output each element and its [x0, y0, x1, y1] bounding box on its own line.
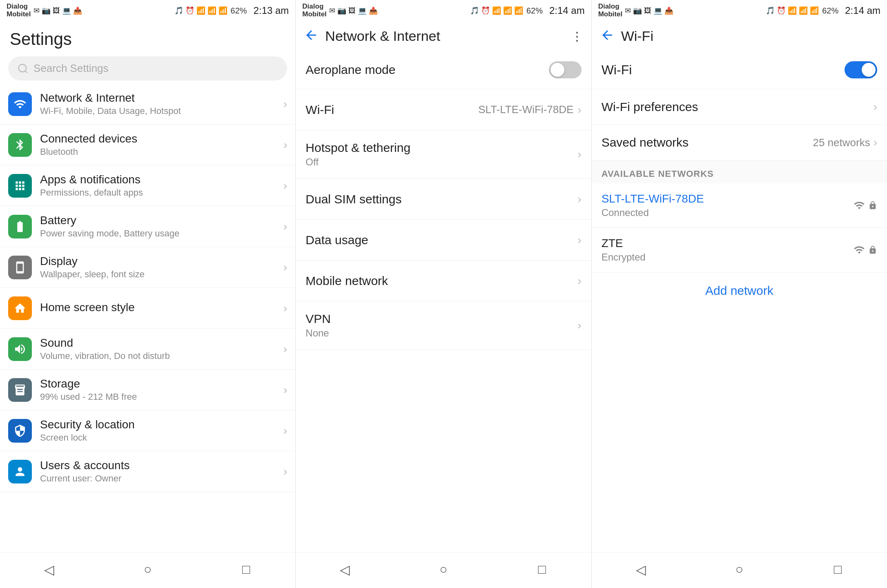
sound-chevron: ›	[283, 343, 287, 356]
recent-btn-1[interactable]: □	[230, 559, 263, 580]
status-bar-2: DialogMobitel ✉ 📷 🖼 💻 📤 🎵 ⏰ 📶 📶 📶 62% 2:…	[296, 0, 591, 21]
datausage-content: Data usage	[305, 233, 577, 247]
zte-network-status: Encrypted	[602, 252, 853, 263]
settings-item-apps[interactable]: Apps & notifications Permissions, defaul…	[0, 165, 295, 206]
slt-wifi-icons	[853, 200, 877, 211]
network-back-btn[interactable]	[304, 28, 319, 45]
wifi-preferences-label: Wi-Fi preferences	[602, 100, 874, 114]
add-network-btn[interactable]: Add network	[592, 272, 887, 309]
brand-text-2: DialogMobitel	[302, 3, 327, 18]
wifi-header: Wi-Fi	[592, 21, 887, 51]
settings-item-sound[interactable]: Sound Volume, vibration, Do not disturb …	[0, 329, 295, 370]
wifi-master-toggle[interactable]	[845, 61, 877, 78]
dualsim-chevron: ›	[577, 193, 581, 206]
wifi-label: Wi-Fi	[602, 62, 845, 78]
settings-item-homescreen[interactable]: Home screen style ›	[0, 288, 295, 329]
connected-chevron: ›	[283, 138, 287, 151]
security-chevron: ›	[283, 424, 287, 437]
slt-lock-icon	[868, 200, 877, 210]
storage-title: Storage	[40, 377, 283, 390]
status-brand-2: DialogMobitel ✉ 📷 🖼 💻 📤	[302, 3, 378, 18]
saved-networks-count: 25 networks	[813, 136, 870, 149]
search-icon	[17, 63, 29, 74]
wifi-menu-label: Wi-Fi	[305, 103, 478, 117]
wifi-header-title: Wi-Fi	[621, 28, 879, 44]
sound-title: Sound	[40, 336, 283, 350]
sound-text: Sound Volume, vibration, Do not disturb	[40, 336, 283, 361]
saved-networks-label: Saved networks	[602, 136, 813, 149]
wifi-toggle-knob	[862, 63, 876, 77]
recent-btn-3[interactable]: □	[821, 559, 854, 580]
settings-item-users[interactable]: Users & accounts Current user: Owner ›	[0, 451, 295, 492]
saved-networks-item[interactable]: Saved networks 25 networks ›	[592, 125, 887, 160]
settings-item-storage[interactable]: Storage 99% used - 212 MB free ›	[0, 370, 295, 410]
back-btn-1[interactable]: ◁	[33, 559, 66, 580]
datausage-chevron: ›	[577, 234, 581, 247]
network-more-btn[interactable]: ⋮	[571, 29, 583, 43]
settings-item-network[interactable]: Network & Internet Wi-Fi, Mobile, Data U…	[0, 84, 295, 125]
vpn-chevron: ›	[577, 319, 581, 332]
dualsim-label: Dual SIM settings	[305, 192, 577, 206]
network-title: Network & Internet	[40, 91, 283, 105]
settings-item-connected[interactable]: Connected devices Bluetooth ›	[0, 125, 295, 165]
users-icon	[8, 460, 32, 483]
security-subtitle: Screen lock	[40, 432, 283, 443]
zte-network-name: ZTE	[602, 237, 853, 250]
aeroplane-knob	[550, 63, 564, 77]
battery-title: Battery	[40, 214, 283, 227]
zte-lock-icon	[868, 245, 877, 255]
mobilenet-content: Mobile network	[305, 274, 577, 288]
hotspot-chevron: ›	[577, 148, 581, 161]
connected-subtitle: Bluetooth	[40, 147, 283, 157]
vpn-menu-item[interactable]: VPN None ›	[296, 301, 591, 350]
apps-icon	[8, 174, 32, 198]
bottom-nav-1: ◁ ○ □	[0, 552, 295, 588]
wifi-preferences-item[interactable]: Wi-Fi preferences ›	[592, 89, 887, 125]
back-btn-3[interactable]: ◁	[624, 559, 657, 580]
status-right-1: 🎵 ⏰ 📶 📶 📶 62% 2:13 am	[174, 5, 289, 16]
brand-text-3: DialogMobitel	[598, 3, 623, 18]
status-bar-3: DialogMobitel ✉ 📷 🖼 💻 📤 🎵 ⏰ 📶 📶 📶 62% 2:…	[592, 0, 887, 21]
home-btn-2[interactable]: ○	[427, 559, 460, 580]
dualsim-content: Dual SIM settings	[305, 192, 577, 206]
aeroplane-label: Aeroplane mode	[305, 63, 548, 77]
display-text: Display Wallpaper, sleep, font size	[40, 255, 283, 280]
search-bar[interactable]: Search Settings	[8, 56, 287, 80]
storage-text: Storage 99% used - 212 MB free	[40, 377, 283, 402]
wifi-menu-content: Wi-Fi	[305, 103, 478, 117]
status-icons-1: ✉ 📷 🖼 💻 📤	[33, 6, 82, 15]
settings-item-security[interactable]: Security & location Screen lock ›	[0, 410, 295, 451]
wifi-menu-item[interactable]: Wi-Fi SLT-LTE-WiFi-78DE ›	[296, 89, 591, 130]
users-chevron: ›	[283, 465, 287, 478]
datausage-label: Data usage	[305, 233, 577, 247]
mobilenet-menu-item[interactable]: Mobile network ›	[296, 261, 591, 301]
home-btn-3[interactable]: ○	[723, 559, 756, 580]
datausage-menu-item[interactable]: Data usage ›	[296, 220, 591, 261]
settings-item-display[interactable]: Display Wallpaper, sleep, font size ›	[0, 247, 295, 288]
wifi-network-zte[interactable]: ZTE Encrypted	[592, 228, 887, 272]
network-subtitle: Wi-Fi, Mobile, Data Usage, Hotspot	[40, 106, 283, 116]
back-btn-2[interactable]: ◁	[329, 559, 361, 580]
status-icons-right-1: 🎵 ⏰ 📶 📶 📶	[174, 6, 227, 15]
home-btn-1[interactable]: ○	[131, 559, 164, 580]
dualsim-menu-item[interactable]: Dual SIM settings ›	[296, 179, 591, 220]
wifi-toggle-row: Wi-Fi	[592, 51, 887, 89]
sound-icon	[8, 337, 32, 361]
users-subtitle: Current user: Owner	[40, 473, 283, 484]
settings-item-battery[interactable]: Battery Power saving mode, Battery usage…	[0, 206, 295, 247]
wifi-back-btn[interactable]	[600, 28, 615, 45]
zte-network-content: ZTE Encrypted	[602, 237, 853, 263]
recent-btn-2[interactable]: □	[526, 559, 558, 580]
available-networks-header: AVAILABLE NETWORKS	[592, 160, 887, 183]
network-panel: DialogMobitel ✉ 📷 🖼 💻 📤 🎵 ⏰ 📶 📶 📶 62% 2:…	[296, 0, 591, 588]
wifi-network-slt[interactable]: SLT-LTE-WiFi-78DE Connected	[592, 183, 887, 228]
homescreen-text: Home screen style	[40, 301, 283, 315]
slt-network-content: SLT-LTE-WiFi-78DE Connected	[602, 192, 853, 218]
aeroplane-toggle[interactable]	[549, 61, 582, 78]
homescreen-chevron: ›	[283, 302, 287, 315]
status-icons-right-2: 🎵 ⏰ 📶 📶 📶	[470, 6, 523, 15]
network-icon	[8, 92, 32, 116]
connected-title: Connected devices	[40, 132, 283, 145]
add-network-label: Add network	[705, 284, 773, 298]
hotspot-menu-item[interactable]: Hotspot & tethering Off ›	[296, 130, 591, 179]
